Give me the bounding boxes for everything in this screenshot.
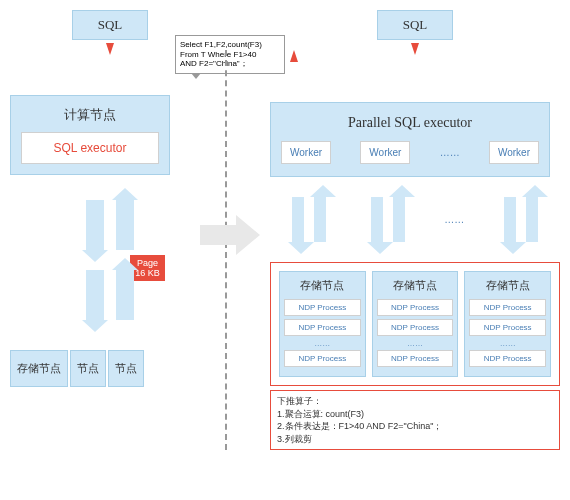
arrow-icon xyxy=(393,197,405,242)
workers-row: Worker Worker …… Worker xyxy=(281,141,539,164)
ndp-process: NDP Process xyxy=(284,299,361,316)
storage-title: 存储节点 xyxy=(377,278,454,293)
storage-node: 存储节点 xyxy=(10,350,68,387)
sql-executor: SQL executor xyxy=(21,132,159,164)
storage-column: 存储节点 NDP Process NDP Process …… NDP Proc… xyxy=(372,271,459,377)
footer-line: 3.列裁剪 xyxy=(277,433,553,446)
compute-node-title: 计算节点 xyxy=(21,106,159,124)
storage-frame: 存储节点 NDP Process NDP Process …… NDP Proc… xyxy=(270,262,560,386)
worker: Worker xyxy=(360,141,410,164)
arrow-pair xyxy=(10,190,210,260)
storage-column: 存储节点 NDP Process NDP Process …… NDP Proc… xyxy=(279,271,366,377)
arrow-up-icon xyxy=(290,50,298,62)
thick-arrow-up-icon xyxy=(116,200,134,250)
dots: …… xyxy=(444,214,464,225)
dots: …… xyxy=(286,339,359,348)
ndp-process: NDP Process xyxy=(377,319,454,336)
storage-title: 存储节点 xyxy=(469,278,546,293)
worker: Worker xyxy=(489,141,539,164)
ndp-process: NDP Process xyxy=(377,350,454,367)
arrow-row: …… xyxy=(270,187,560,252)
footer-title: 下推算子： xyxy=(277,395,553,408)
storage-node: 节点 xyxy=(70,350,106,387)
dots: …… xyxy=(471,339,544,348)
ndp-process: NDP Process xyxy=(469,299,546,316)
storage-nodes-left: 存储节点 节点 节点 xyxy=(10,350,210,387)
thick-arrow-down-icon xyxy=(86,200,104,250)
storage-column: 存储节点 NDP Process NDP Process …… NDP Proc… xyxy=(464,271,551,377)
ndp-process: NDP Process xyxy=(284,319,361,336)
worker: Worker xyxy=(281,141,331,164)
right-diagram: SQL Parallel SQL executor Worker Worker … xyxy=(270,10,560,450)
arrow-down-icon xyxy=(411,43,419,55)
arrow-icon xyxy=(371,197,383,242)
parallel-title: Parallel SQL executor xyxy=(281,115,539,131)
tooltip-line: AND F2="China"； xyxy=(180,59,280,69)
arrow-icon xyxy=(292,197,304,242)
ndp-process: NDP Process xyxy=(377,299,454,316)
ndp-process: NDP Process xyxy=(284,350,361,367)
thick-arrow-down-icon xyxy=(86,270,104,320)
sql-label-left: SQL xyxy=(72,10,149,40)
arrow-pair-2 xyxy=(10,260,210,330)
storage-node: 节点 xyxy=(108,350,144,387)
footer-line: 2.条件表达是：F1>40 AND F2="China"； xyxy=(277,420,553,433)
divider-line xyxy=(225,50,227,450)
arrow-icon xyxy=(314,197,326,242)
compute-node-box: 计算节点 SQL executor xyxy=(10,95,170,175)
dots: …… xyxy=(440,147,460,158)
dots: …… xyxy=(379,339,452,348)
sql-query-tooltip: Select F1,F2,count(F3) From T Where F1>4… xyxy=(175,35,285,74)
sql-label-right: SQL xyxy=(377,10,454,40)
tooltip-line: Select F1,F2,count(F3) xyxy=(180,40,280,50)
arrow-icon xyxy=(526,197,538,242)
arrow-down-icon xyxy=(106,43,114,55)
footer-operators: 下推算子： 1.聚合运算: count(F3) 2.条件表达是：F1>40 AN… xyxy=(270,390,560,450)
parallel-executor-box: Parallel SQL executor Worker Worker …… W… xyxy=(270,102,550,177)
tooltip-line: From T Where F1>40 xyxy=(180,50,280,60)
ndp-process: NDP Process xyxy=(469,319,546,336)
storage-title: 存储节点 xyxy=(284,278,361,293)
ndp-process: NDP Process xyxy=(469,350,546,367)
thick-arrow-up-icon xyxy=(116,270,134,320)
arrow-icon xyxy=(504,197,516,242)
footer-line: 1.聚合运算: count(F3) xyxy=(277,408,553,421)
